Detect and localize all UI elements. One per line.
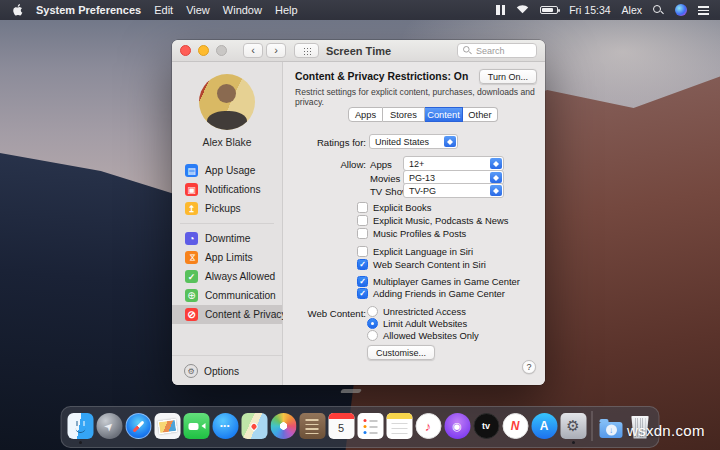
radio-icon xyxy=(367,330,378,341)
notepad-icon xyxy=(386,413,412,439)
sidebar-item-content-privacy[interactable]: Content & Privacy xyxy=(172,305,282,324)
radio-icon xyxy=(367,306,378,317)
sidebar-item-app-limits[interactable]: App Limits xyxy=(172,248,282,267)
person-plus-icon xyxy=(185,289,198,302)
sidebar-item-always-allowed[interactable]: Always Allowed xyxy=(172,267,282,286)
dock-icon-music[interactable] xyxy=(415,411,442,441)
show-all-button[interactable] xyxy=(294,43,319,58)
boat xyxy=(340,389,362,393)
checkbox-web-search-siri[interactable]: Web Search Content in Siri xyxy=(357,259,486,270)
running-indicator xyxy=(79,441,82,444)
search-input[interactable] xyxy=(476,46,528,56)
dock-icon-safari[interactable] xyxy=(125,411,152,441)
menu-window[interactable]: Window xyxy=(223,4,262,16)
menu-edit[interactable]: Edit xyxy=(154,4,173,16)
dock-separator xyxy=(592,411,593,441)
dock-icon-contacts[interactable] xyxy=(299,411,326,441)
dock-icon-system-preferences[interactable] xyxy=(560,411,587,441)
compass-icon xyxy=(125,413,151,439)
screen-time-window: ‹ › Screen Time Alex Blake App Usage xyxy=(172,40,545,385)
dock-icon-facetime[interactable] xyxy=(183,411,210,441)
photo-preview-icon xyxy=(154,413,180,439)
dock-icon-app-store[interactable]: A xyxy=(531,411,558,441)
dock-icon-launchpad[interactable] xyxy=(96,411,123,441)
sidebar-item-notifications[interactable]: Notifications xyxy=(172,180,282,199)
display-tile-icon[interactable] xyxy=(496,5,505,15)
dock-icon-podcasts[interactable] xyxy=(444,411,471,441)
menu-user[interactable]: Alex xyxy=(622,4,642,16)
sidebar-item-app-usage[interactable]: App Usage xyxy=(172,161,282,180)
app-badge-icon xyxy=(185,183,198,196)
menu-view[interactable]: View xyxy=(186,4,210,16)
dock-icon-tv[interactable]: tv xyxy=(473,411,500,441)
calendar-icon: 5 xyxy=(328,413,354,439)
dock-icon-finder[interactable] xyxy=(67,411,94,441)
dock-icon-calendar[interactable]: 5 xyxy=(328,411,355,441)
tab-apps[interactable]: Apps xyxy=(348,107,383,122)
window-search[interactable] xyxy=(457,43,537,58)
dock-icon-messages[interactable] xyxy=(212,411,239,441)
video-camera-icon xyxy=(183,413,209,439)
dock-icon-maps[interactable] xyxy=(241,411,268,441)
back-button[interactable]: ‹ xyxy=(243,43,263,58)
menu-clock[interactable]: Fri 15:34 xyxy=(569,4,610,16)
checkbox-adding-friends[interactable]: Adding Friends in Game Center xyxy=(357,288,505,299)
dock-icon-downloads[interactable] xyxy=(598,411,625,441)
checkbox-checked-icon xyxy=(357,259,368,270)
close-button[interactable] xyxy=(180,45,191,56)
hourglass-icon xyxy=(185,251,198,264)
radio-allowed-websites-only[interactable]: Allowed Websites Only xyxy=(367,330,479,341)
tab-other[interactable]: Other xyxy=(463,107,498,122)
map-pin-icon xyxy=(241,413,267,439)
pickup-arrow-icon xyxy=(185,202,198,215)
tab-group: Apps Stores Content Other xyxy=(348,107,498,122)
spotlight-icon[interactable] xyxy=(653,5,664,16)
sidebar-item-communication[interactable]: Communication xyxy=(172,286,282,305)
section-title: Content & Privacy Restrictions: On xyxy=(295,71,468,82)
wifi-icon[interactable] xyxy=(516,4,529,16)
dock-icon-reminders[interactable] xyxy=(357,411,384,441)
checkbox-icon xyxy=(357,246,368,257)
turn-on-button[interactable]: Turn On... xyxy=(479,69,537,84)
sidebar-item-pickups[interactable]: Pickups xyxy=(172,199,282,218)
minimize-button[interactable] xyxy=(198,45,209,56)
dock-icon-notes[interactable] xyxy=(386,411,413,441)
battery-icon[interactable] xyxy=(540,6,558,14)
help-button[interactable]: ? xyxy=(522,360,536,374)
user-name: Alex Blake xyxy=(172,137,282,148)
tab-stores[interactable]: Stores xyxy=(383,107,425,122)
menu-help[interactable]: Help xyxy=(275,4,298,16)
sidebar-divider xyxy=(180,223,274,224)
dock-icon-photos[interactable] xyxy=(270,411,297,441)
sidebar-item-options[interactable]: Options xyxy=(184,364,239,378)
checkbox-multiplayer-games[interactable]: Multiplayer Games in Game Center xyxy=(357,276,520,287)
clock-icon xyxy=(185,232,198,245)
checkbox-music-profiles-posts[interactable]: Music Profiles & Posts xyxy=(357,228,466,239)
tab-content[interactable]: Content xyxy=(425,107,463,122)
watermark: wsxdn.com xyxy=(627,422,705,439)
sidebar-item-downtime[interactable]: Downtime xyxy=(172,229,282,248)
menu-app-name[interactable]: System Preferences xyxy=(36,4,141,16)
apps-rating-popup[interactable]: 12+ xyxy=(403,156,504,171)
podcasts-icon xyxy=(444,413,470,439)
checkbox-explicit-music-podcasts-news[interactable]: Explicit Music, Podcasts & News xyxy=(357,215,508,226)
search-icon xyxy=(463,46,472,55)
dock-icon-news[interactable]: N xyxy=(502,411,529,441)
siri-icon[interactable] xyxy=(675,4,687,16)
check-icon xyxy=(185,270,198,283)
radio-unrestricted-access[interactable]: Unrestricted Access xyxy=(367,306,466,317)
sidebar-bottom-divider xyxy=(172,355,282,356)
sidebar: Alex Blake App Usage Notifications Picku… xyxy=(172,62,283,385)
checkbox-explicit-books[interactable]: Explicit Books xyxy=(357,202,431,213)
radio-limit-adult-websites[interactable]: Limit Adult Websites xyxy=(367,318,467,329)
dock-icon-preview[interactable] xyxy=(154,411,181,441)
forward-button[interactable]: › xyxy=(266,43,286,58)
apple-menu-icon[interactable] xyxy=(11,3,23,17)
ratings-popup[interactable]: United States xyxy=(369,134,458,149)
notification-center-icon[interactable] xyxy=(698,6,709,15)
tv-shows-rating-popup[interactable]: TV-PG xyxy=(403,183,504,198)
customise-button[interactable]: Customise... xyxy=(367,345,435,360)
checkbox-explicit-language-siri[interactable]: Explicit Language in Siri xyxy=(357,246,473,257)
popup-stepper-icon xyxy=(490,158,502,169)
zoom-button[interactable] xyxy=(216,45,227,56)
